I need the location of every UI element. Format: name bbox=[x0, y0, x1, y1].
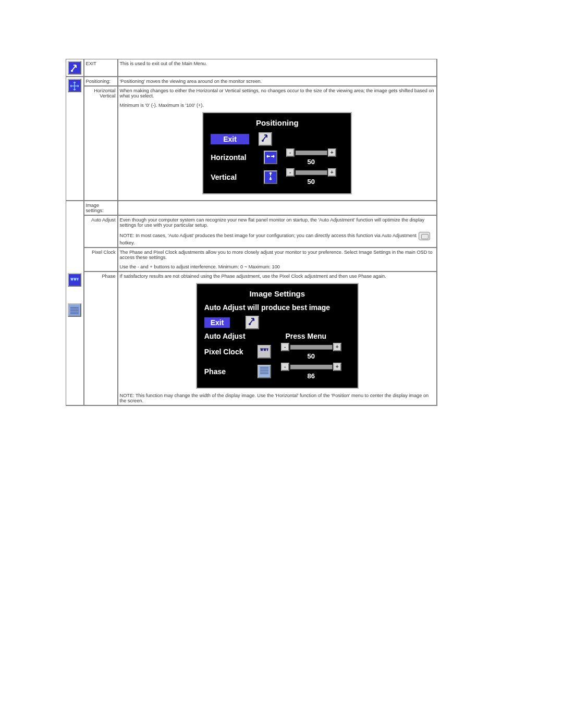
minus-button[interactable]: - bbox=[286, 149, 295, 157]
osd-image-settings: Image Settings Auto Adjust will produce … bbox=[196, 283, 359, 389]
pixel-clock-icon bbox=[258, 345, 271, 359]
pixel-clock-icon bbox=[68, 273, 81, 287]
osd-auto-adjust-label[interactable]: Auto Adjust bbox=[204, 332, 262, 340]
phase-icon bbox=[258, 365, 271, 378]
row-desc: Even though your computer system can rec… bbox=[118, 215, 437, 248]
row-label: Phase bbox=[84, 272, 118, 405]
exit-icon bbox=[259, 132, 272, 146]
icon-cell bbox=[66, 59, 84, 77]
svg-point-2 bbox=[249, 323, 251, 325]
table-row: Image settings: bbox=[66, 201, 437, 215]
row-text: When making changes to either the Horizo… bbox=[120, 88, 435, 98]
row-desc: The Phase and Pixel Clock adjustments al… bbox=[118, 248, 437, 272]
osd-positioning: Positioning Exit Horizontal - + bbox=[202, 112, 352, 194]
osd-press-menu: Press Menu bbox=[262, 332, 350, 340]
row-desc: This is used to exit out of the Main Men… bbox=[118, 59, 437, 77]
osd-phase-label[interactable]: Phase bbox=[204, 367, 256, 376]
row-label: Pixel Clock bbox=[84, 248, 118, 272]
phase-slider[interactable]: - + bbox=[281, 363, 341, 371]
minus-button[interactable]: - bbox=[281, 343, 289, 351]
osd-vertical-label[interactable]: Vertical bbox=[211, 173, 263, 181]
table-row: Horizontal Vertical When making changes … bbox=[66, 86, 437, 201]
table-row: Pixel Clock The Phase and Pixel Clock ad… bbox=[66, 248, 437, 272]
plus-button[interactable]: + bbox=[328, 168, 336, 177]
osd-exit-button[interactable]: Exit bbox=[211, 134, 249, 144]
osd-subtitle: Auto Adjust will produce best image bbox=[204, 303, 350, 312]
row-label: EXIT bbox=[84, 59, 118, 77]
row-desc bbox=[118, 201, 437, 215]
plus-button[interactable]: + bbox=[333, 343, 341, 351]
pixel-clock-slider[interactable]: - + bbox=[281, 343, 341, 351]
row-text: Use the - and + buttons to adjust interf… bbox=[120, 264, 435, 269]
icon-cell bbox=[66, 201, 84, 405]
osd-horizontal-label[interactable]: Horizontal bbox=[211, 153, 263, 162]
osd-exit-button[interactable]: Exit bbox=[204, 317, 230, 328]
move-icon bbox=[68, 79, 81, 92]
row-text: Minimum is '0' (-). Maximum is '100' (+)… bbox=[120, 103, 435, 108]
row-text: The Phase and Pixel Clock adjustments al… bbox=[120, 250, 435, 260]
exit-icon bbox=[246, 316, 259, 329]
row-label: Image settings: bbox=[84, 201, 118, 215]
osd-reference-table: EXIT This is used to exit out of the Mai… bbox=[66, 59, 437, 406]
row-text: If satisfactory results are not obtained… bbox=[120, 274, 435, 279]
exit-icon bbox=[68, 61, 81, 75]
svg-point-0 bbox=[71, 70, 73, 72]
osd-title: Image Settings bbox=[204, 289, 350, 298]
hotkey-icon bbox=[419, 232, 430, 240]
vertical-arrows-icon bbox=[264, 170, 277, 184]
table-row: Auto Adjust Even though your computer sy… bbox=[66, 215, 437, 248]
table-row: EXIT This is used to exit out of the Mai… bbox=[66, 59, 437, 77]
phase-value: 86 bbox=[308, 372, 315, 380]
table-row: Phase If satisfactory results are not ob… bbox=[66, 272, 437, 405]
horizontal-slider[interactable]: - + bbox=[286, 149, 336, 157]
row-desc: When making changes to either the Horizo… bbox=[118, 86, 437, 201]
row-text: NOTE: In most cases, 'Auto Adjust' produ… bbox=[120, 232, 435, 245]
row-desc: 'Positioning' moves the viewing area aro… bbox=[118, 77, 437, 86]
vertical-slider[interactable]: - + bbox=[286, 168, 336, 177]
plus-button[interactable]: + bbox=[328, 149, 336, 157]
table-row: Positioning: 'Positioning' moves the vie… bbox=[66, 77, 437, 86]
vertical-value: 50 bbox=[308, 178, 315, 186]
icon-cell bbox=[66, 77, 84, 201]
svg-point-1 bbox=[262, 140, 264, 142]
minus-button[interactable]: - bbox=[286, 168, 295, 177]
phase-icon bbox=[68, 303, 81, 317]
osd-pixel-clock-label[interactable]: Pixel Clock bbox=[204, 348, 256, 356]
row-label: Horizontal Vertical bbox=[84, 86, 118, 201]
row-desc: If satisfactory results are not obtained… bbox=[118, 272, 437, 405]
row-text: NOTE: This function may change the width… bbox=[120, 393, 435, 403]
horizontal-value: 50 bbox=[308, 158, 315, 166]
minus-button[interactable]: - bbox=[281, 363, 289, 371]
row-label: Positioning: bbox=[84, 77, 118, 86]
row-label: Auto Adjust bbox=[84, 215, 118, 248]
horizontal-arrows-icon bbox=[264, 151, 277, 164]
pixel-clock-value: 50 bbox=[308, 352, 315, 360]
osd-title: Positioning bbox=[211, 118, 344, 127]
plus-button[interactable]: + bbox=[333, 363, 341, 371]
row-text: Even though your computer system can rec… bbox=[120, 217, 435, 228]
